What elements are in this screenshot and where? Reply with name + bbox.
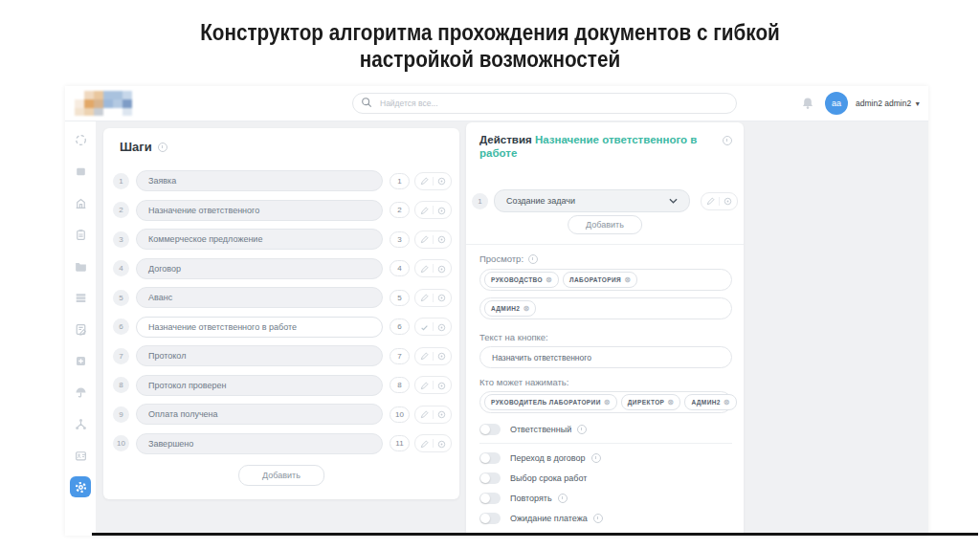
view-roles-field-2[interactable]: АДМИН2⊗ [479, 297, 732, 319]
settings-circle-icon[interactable] [437, 435, 446, 452]
settings-circle-icon[interactable] [724, 192, 732, 209]
info-icon[interactable] [558, 494, 568, 503]
toggle-switch-off[interactable] [479, 424, 501, 435]
steps-list: 1Заявка12Назначение ответственного23Комм… [113, 170, 452, 462]
role-tag: РУКОВОДИТЕЛЬ ЛАБОРАТОРИИ⊗ [484, 394, 617, 410]
view-roles-field[interactable]: РУКОВОДСТВО⊗ЛАБОРАТОРИЯ⊗ [479, 269, 732, 291]
step-number: 7 [113, 348, 129, 364]
actions-panel-title: Действия Назначение ответственного в раб… [479, 133, 713, 160]
toggle-switch-off[interactable] [479, 513, 501, 524]
remove-tag-icon[interactable]: ⊗ [724, 399, 730, 406]
settings-circle-icon[interactable] [437, 289, 446, 306]
role-tag-label: ЛАБОРАТОРИЯ [569, 276, 621, 283]
edit-pencil-icon[interactable] [420, 406, 429, 423]
remove-tag-icon[interactable]: ⊗ [624, 276, 631, 284]
sidebar-item-contract-icon[interactable] [70, 318, 91, 340]
sidebar-item-umbrella-icon[interactable] [70, 382, 91, 403]
info-icon[interactable] [591, 453, 601, 463]
settings-circle-icon[interactable] [437, 406, 446, 423]
step-name-input[interactable]: Заявка [136, 170, 383, 191]
sidebar-item-box-icon[interactable] [70, 161, 91, 182]
edit-pencil-icon[interactable] [420, 289, 429, 306]
view-label: Просмотр: [479, 253, 523, 264]
step-name-input[interactable]: Протокол [136, 345, 383, 366]
step-name-input[interactable]: Аванс [136, 287, 383, 308]
step-row: 6Назначение ответственного в работе6 [113, 317, 452, 338]
nav-sidebar [65, 121, 96, 536]
search-input[interactable] [378, 98, 728, 109]
sidebar-item-rows-icon[interactable] [70, 287, 91, 308]
edit-pencil-icon[interactable] [420, 435, 429, 452]
settings-circle-icon[interactable] [437, 202, 446, 219]
action-row: 1 Создание задачи [472, 189, 738, 212]
step-row: 7Протокол7 [113, 345, 452, 366]
step-name-input[interactable]: Завершено [136, 433, 383, 454]
step-row: 5Аванс5 [113, 287, 452, 308]
edit-pencil-icon[interactable] [706, 192, 715, 209]
sidebar-item-sync-icon[interactable] [70, 129, 91, 150]
toggle-switch-off[interactable] [479, 493, 501, 504]
settings-circle-icon[interactable] [437, 318, 446, 336]
step-name-input[interactable]: Коммерческое предложение [136, 229, 383, 250]
settings-circle-icon[interactable] [437, 172, 446, 189]
sidebar-item-folder-icon[interactable] [70, 255, 91, 276]
remove-tag-icon[interactable]: ⊗ [604, 399, 611, 406]
remove-tag-icon[interactable]: ⊗ [523, 305, 529, 313]
search-icon [361, 95, 372, 112]
info-icon[interactable] [528, 254, 538, 264]
settings-circle-icon[interactable] [437, 260, 446, 277]
steps-panel-title: Шаги [120, 140, 152, 154]
app-logo[interactable] [75, 91, 151, 116]
role-tag: АДМИН2⊗ [484, 300, 536, 317]
info-icon[interactable] [158, 143, 167, 152]
info-icon[interactable] [577, 425, 587, 434]
step-actions [414, 406, 452, 424]
sidebar-item-network-icon[interactable] [70, 413, 91, 434]
settings-circle-icon[interactable] [437, 347, 446, 364]
info-icon[interactable] [723, 136, 732, 145]
step-order-badge: 1 [390, 173, 410, 189]
remove-tag-icon[interactable]: ⊗ [546, 276, 552, 284]
user-name: admin2 admin2 [856, 99, 911, 108]
edit-pencil-icon[interactable] [420, 172, 429, 189]
sidebar-item-clipboard-icon[interactable] [70, 224, 91, 245]
global-search[interactable] [352, 93, 737, 114]
step-name-input[interactable]: Договор [136, 258, 383, 279]
add-action-button[interactable]: Добавить [568, 215, 642, 234]
toggle-switch-off[interactable] [479, 472, 501, 484]
sidebar-item-id-card-icon[interactable] [70, 445, 91, 466]
toggle-switch-off[interactable] [479, 452, 501, 464]
step-row: 9Оплата получена10 [113, 404, 452, 425]
who-can-press-field[interactable]: РУКОВОДИТЕЛЬ ЛАБОРАТОРИИ⊗ДИРЕКТОР⊗АДМИН2… [479, 391, 732, 413]
info-icon[interactable] [593, 514, 603, 523]
settings-circle-icon[interactable] [437, 377, 446, 394]
user-avatar[interactable]: aa [825, 92, 848, 115]
step-name-input[interactable]: Оплата получена [136, 404, 383, 425]
remove-tag-icon[interactable]: ⊗ [667, 399, 674, 406]
sidebar-item-add-box-icon[interactable] [70, 350, 91, 371]
role-tag: АДМИН2⊗ [684, 394, 736, 410]
user-menu[interactable]: admin2 admin2▼ [856, 99, 921, 108]
step-name-input[interactable]: Назначение ответственного в работе [136, 317, 383, 338]
sidebar-item-bank-icon[interactable] [70, 192, 91, 213]
edit-pencil-icon[interactable] [420, 202, 429, 219]
step-name-input[interactable]: Протокол проверен [136, 375, 383, 396]
notifications-bell-icon[interactable] [800, 96, 815, 111]
confirm-check-icon[interactable] [420, 318, 429, 336]
button-text-input[interactable]: Назначить ответственного [479, 346, 732, 368]
edit-pencil-icon[interactable] [420, 347, 429, 364]
add-step-button[interactable]: Добавить [238, 465, 324, 486]
step-order-badge: 3 [390, 231, 410, 248]
step-name-input[interactable]: Назначение ответственного [136, 200, 383, 221]
settings-circle-icon[interactable] [437, 231, 446, 248]
sidebar-item-gear-icon[interactable] [70, 476, 91, 497]
step-number: 10 [113, 435, 129, 451]
step-actions [414, 434, 452, 452]
edit-pencil-icon[interactable] [420, 231, 429, 248]
step-row: 8Протокол проверен8 [113, 375, 452, 396]
action-type-select[interactable]: Создание задачи [494, 189, 690, 212]
edit-pencil-icon[interactable] [420, 260, 429, 277]
step-actions [414, 259, 452, 277]
role-tag-label: РУКОВОДСТВО [491, 276, 543, 283]
edit-pencil-icon[interactable] [420, 377, 429, 394]
